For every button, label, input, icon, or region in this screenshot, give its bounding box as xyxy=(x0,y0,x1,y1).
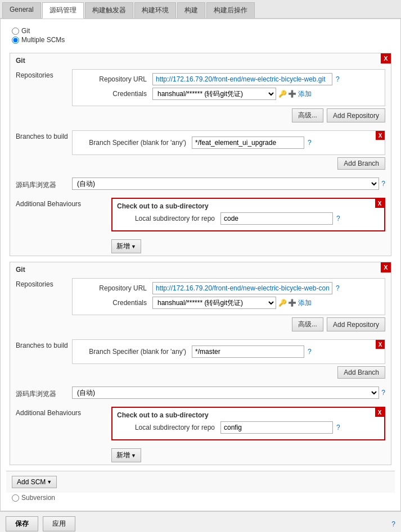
tab-scm[interactable]: 源码管理 xyxy=(42,2,84,19)
branch-specifier-input-2[interactable] xyxy=(192,345,304,358)
ab-local-dir-label-2: Local subdirectory for repo xyxy=(117,424,218,431)
repo-url-row-2: Repository URL ? xyxy=(77,282,380,294)
add-scm-btn[interactable]: Add SCM ▼ xyxy=(12,476,57,488)
tabs-bar: General 源码管理 构建触发器 构建环境 构建 构建后操作 xyxy=(0,0,401,19)
ab-title-2: Check out to a sub-directory xyxy=(117,411,380,419)
source-browser-help-2: ? xyxy=(381,389,385,397)
repo-url-label-1: Repository URL xyxy=(77,75,150,83)
git-block-1-close-btn[interactable]: X xyxy=(381,53,391,63)
xinjia-row-2: 新增 ▼ xyxy=(10,446,391,465)
tab-build-trigger[interactable]: 构建触发器 xyxy=(85,2,133,18)
add-repository-btn-2[interactable]: Add Repository xyxy=(327,317,385,331)
branch-delete-btn-2[interactable]: X xyxy=(376,340,385,349)
ab-local-dir-input-2[interactable] xyxy=(220,421,333,434)
credentials-label-1: Credentials xyxy=(77,90,150,98)
branch-specifier-input-1[interactable] xyxy=(192,137,304,149)
radio-git[interactable] xyxy=(12,28,19,35)
add-repository-btn-1[interactable]: Add Repository xyxy=(327,108,385,122)
add-key-btn-2[interactable]: 🔑 ➕ 添加 xyxy=(278,298,312,308)
credentials-select-2[interactable]: hanshual/****** (转码git凭证) xyxy=(152,297,276,309)
bottom-bar: 保存 应用 ? xyxy=(0,511,401,532)
credentials-select-1[interactable]: hanshual/****** (转码git凭证) xyxy=(152,88,276,100)
repo-url-help-icon-2: ? xyxy=(336,284,340,292)
scm-options: Git Multiple SCMs xyxy=(6,25,395,48)
tab-build[interactable]: 构建 xyxy=(177,2,205,18)
branch-specifier-label-2: Branch Specifier (blank for 'any') xyxy=(77,348,190,356)
repo-url-input-2[interactable] xyxy=(152,282,332,294)
source-browser-label-1: 源码库浏览器 xyxy=(16,178,72,190)
source-browser-section-1: 源码库浏览器 (自动) ? xyxy=(10,175,391,192)
add-branch-btn-1[interactable]: Add Branch xyxy=(337,157,385,170)
repo-fields-1: Repository URL ? Credentials hanshual/**… xyxy=(72,69,385,106)
repositories-content-1: Repository URL ? Credentials hanshual/**… xyxy=(72,69,385,122)
git-block-2-close-btn[interactable]: X xyxy=(381,262,391,272)
repo-action-row-1: 高级... Add Repository xyxy=(72,108,385,122)
tab-general[interactable]: General xyxy=(2,2,41,18)
subversion-radio[interactable] xyxy=(12,494,19,502)
ab-delete-btn-2[interactable]: X xyxy=(375,408,384,417)
ab-local-dir-input-1[interactable] xyxy=(220,212,333,225)
additional-behaviours-section-1: Additional Behaviours X Check out to a s… xyxy=(10,195,391,234)
key-icon-2: 🔑 xyxy=(278,299,287,307)
advanced-btn-2[interactable]: 高级... xyxy=(292,317,323,331)
branches-content-2: X Branch Specifier (blank for 'any') ? A… xyxy=(72,339,385,379)
branches-content-1: X Branch Specifier (blank for 'any') ? A… xyxy=(72,130,385,170)
repositories-content-2: Repository URL ? Credentials hanshual/**… xyxy=(72,278,385,331)
ab-local-dir-row-2: Local subdirectory for repo ? xyxy=(117,421,380,434)
repositories-section-1: Repositories Repository URL ? Credential… xyxy=(10,67,391,125)
git-block-1-header: Git xyxy=(10,54,391,67)
branch-specifier-help-2: ? xyxy=(308,348,312,356)
ab-local-dir-help-2: ? xyxy=(336,424,340,431)
source-browser-select-1[interactable]: (自动) xyxy=(72,178,379,190)
add-branch-btn-2[interactable]: Add Branch xyxy=(337,366,385,379)
ab-title-1: Check out to a sub-directory xyxy=(117,202,380,210)
ab-local-dir-help-1: ? xyxy=(336,215,340,222)
branches-box-2: X Branch Specifier (blank for 'any') ? xyxy=(72,339,385,364)
source-browser-select-2[interactable]: (自动) xyxy=(72,387,379,399)
xinjia-btn-1[interactable]: 新增 ▼ xyxy=(111,239,141,253)
xinjia-btn-2[interactable]: 新增 ▼ xyxy=(111,448,141,462)
footer-section: Add SCM ▼ xyxy=(6,471,395,493)
xinjia-label-2: 新增 xyxy=(116,451,130,460)
apply-button[interactable]: 应用 xyxy=(43,516,75,531)
repo-url-row-1: Repository URL ? xyxy=(77,73,380,85)
advanced-btn-1[interactable]: 高级... xyxy=(292,108,323,122)
subversion-label: Subversion xyxy=(21,494,55,502)
radio-multiple-scms[interactable] xyxy=(12,37,19,44)
repo-action-row-2: 高级... Add Repository xyxy=(72,317,385,331)
key-icon-1: 🔑 xyxy=(278,90,287,98)
add-key-label-2: ➕ 添加 xyxy=(288,298,312,308)
branches-box-1: X Branch Specifier (blank for 'any') ? xyxy=(72,130,385,155)
ab-content-2: X Check out to a sub-directory Local sub… xyxy=(111,407,385,440)
git-block-2: X Git Repositories Repository URL ? Cred… xyxy=(10,262,391,465)
git-block-1: X Git Repositories Repository URL ? Cred… xyxy=(10,53,391,256)
branch-specifier-label-1: Branch Specifier (blank for 'any') xyxy=(77,139,190,147)
repositories-label-1: Repositories xyxy=(16,69,72,79)
branches-section-2: Branches to build X Branch Specifier (bl… xyxy=(10,337,391,381)
ab-content-1: X Check out to a sub-directory Local sub… xyxy=(111,198,385,231)
branch-specifier-help-1: ? xyxy=(308,139,312,147)
ab-label-1: Additional Behaviours xyxy=(16,198,111,208)
ab-local-dir-row-1: Local subdirectory for repo ? xyxy=(117,212,380,225)
save-button[interactable]: 保存 xyxy=(6,516,38,531)
git-block-2-header: Git xyxy=(10,263,391,276)
bottom-help-icon: ? xyxy=(391,520,395,528)
scm-option-multiple: Multiple SCMs xyxy=(12,36,389,44)
branch-delete-btn-1[interactable]: X xyxy=(376,131,385,140)
tab-post-build[interactable]: 构建后操作 xyxy=(206,2,255,18)
branches-label-2: Branches to build xyxy=(16,339,72,349)
ab-label-2: Additional Behaviours xyxy=(16,407,111,417)
xinjia-chevron-1: ▼ xyxy=(131,244,136,249)
add-scm-chevron: ▼ xyxy=(47,479,52,485)
scm-option-git: Git xyxy=(12,27,389,35)
xinjia-chevron-2: ▼ xyxy=(131,453,136,458)
ab-delete-btn-1[interactable]: X xyxy=(375,199,384,208)
main-content: Git Multiple SCMs X Git Repositories Rep… xyxy=(0,19,401,511)
add-key-btn-1[interactable]: 🔑 ➕ 添加 xyxy=(278,89,312,99)
source-browser-label-2: 源码库浏览器 xyxy=(16,387,72,399)
tab-build-env[interactable]: 构建环境 xyxy=(134,2,176,18)
repo-url-input-1[interactable] xyxy=(152,73,332,85)
add-scm-label: Add SCM xyxy=(17,478,46,486)
add-key-label-1: ➕ 添加 xyxy=(288,89,312,99)
subversion-row: Subversion xyxy=(6,493,395,505)
